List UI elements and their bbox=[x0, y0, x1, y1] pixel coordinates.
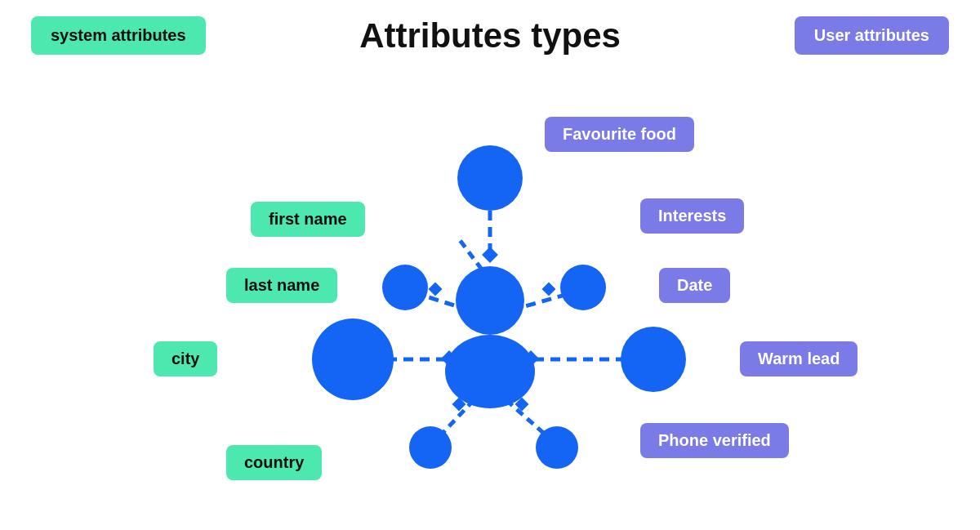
favourite-food-tag[interactable]: Favourite food bbox=[545, 117, 694, 152]
phone-verified-tag[interactable]: Phone verified bbox=[640, 423, 789, 458]
svg-point-13 bbox=[409, 426, 452, 469]
svg-rect-22 bbox=[429, 283, 443, 296]
svg-point-12 bbox=[560, 265, 606, 310]
svg-rect-19 bbox=[482, 247, 498, 263]
city-tag[interactable]: city bbox=[154, 341, 217, 376]
svg-line-6 bbox=[433, 400, 474, 443]
country-tag[interactable]: country bbox=[226, 445, 322, 480]
system-attributes-badge[interactable]: system attributes bbox=[31, 16, 206, 55]
warm-lead-tag[interactable]: Warm lead bbox=[740, 341, 858, 376]
svg-point-10 bbox=[382, 265, 428, 310]
page-title: Attributes types bbox=[359, 16, 621, 56]
interests-tag[interactable]: Interests bbox=[640, 198, 744, 234]
date-tag[interactable]: Date bbox=[659, 268, 730, 303]
svg-rect-23 bbox=[542, 283, 556, 296]
user-attributes-badge[interactable]: User attributes bbox=[795, 16, 949, 55]
svg-point-9 bbox=[312, 318, 394, 400]
svg-line-5 bbox=[510, 291, 580, 310]
svg-rect-21 bbox=[515, 398, 529, 412]
svg-point-14 bbox=[536, 426, 578, 469]
svg-line-7 bbox=[506, 400, 555, 443]
svg-point-15 bbox=[456, 266, 524, 335]
svg-point-11 bbox=[621, 327, 686, 392]
svg-rect-18 bbox=[523, 350, 539, 367]
svg-line-1 bbox=[408, 291, 470, 310]
svg-rect-17 bbox=[441, 350, 457, 367]
svg-line-2 bbox=[457, 237, 482, 269]
last-name-tag[interactable]: last name bbox=[226, 268, 337, 303]
first-name-tag[interactable]: first name bbox=[251, 202, 365, 237]
svg-point-16 bbox=[445, 335, 535, 408]
svg-rect-20 bbox=[452, 398, 466, 412]
svg-point-8 bbox=[457, 145, 523, 211]
